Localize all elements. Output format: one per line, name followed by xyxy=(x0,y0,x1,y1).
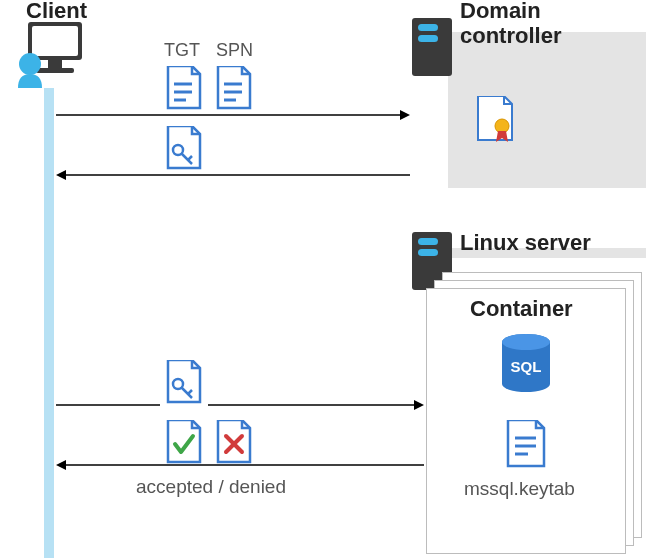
tgt-label: TGT xyxy=(164,40,200,61)
svg-text:SQL: SQL xyxy=(511,358,542,375)
arrow-client-to-dc xyxy=(56,108,410,122)
sql-database-icon: SQL xyxy=(500,334,552,394)
arrow-dc-to-client xyxy=(56,168,410,182)
client-label: Client xyxy=(26,0,87,24)
svg-marker-22 xyxy=(56,170,66,180)
keytab-doc-icon xyxy=(506,420,546,468)
arrow-server-to-client xyxy=(56,458,424,472)
spn-label: SPN xyxy=(216,40,253,61)
svg-marker-37 xyxy=(414,400,424,410)
svg-rect-7 xyxy=(418,24,438,31)
spn-doc-icon xyxy=(216,66,252,110)
result-label: accepted / denied xyxy=(136,476,286,498)
tgt-doc-icon xyxy=(166,66,202,110)
arrow-client-to-server-2 xyxy=(208,398,424,412)
svg-rect-24 xyxy=(418,238,438,245)
arrow-client-to-server-1 xyxy=(56,398,160,412)
key-doc-icon-1 xyxy=(166,126,202,170)
svg-point-4 xyxy=(19,53,41,75)
svg-rect-1 xyxy=(32,26,78,56)
svg-rect-3 xyxy=(36,68,74,73)
svg-marker-17 xyxy=(400,110,410,120)
svg-marker-41 xyxy=(56,460,66,470)
svg-rect-2 xyxy=(48,60,62,68)
client-icon xyxy=(14,18,86,90)
svg-rect-25 xyxy=(418,249,438,256)
container-label: Container xyxy=(470,296,573,322)
keytab-label: mssql.keytab xyxy=(464,478,575,500)
key-doc-icon-2 xyxy=(166,360,202,404)
domain-controller-label: Domain controller xyxy=(460,0,561,49)
svg-rect-8 xyxy=(418,35,438,42)
linux-server-label: Linux server xyxy=(460,230,591,256)
server-icon xyxy=(412,18,452,76)
client-lifeline xyxy=(44,88,54,558)
svg-point-27 xyxy=(502,334,550,350)
svg-point-9 xyxy=(495,119,509,133)
svg-rect-5 xyxy=(44,88,54,558)
certificate-icon xyxy=(474,96,514,144)
